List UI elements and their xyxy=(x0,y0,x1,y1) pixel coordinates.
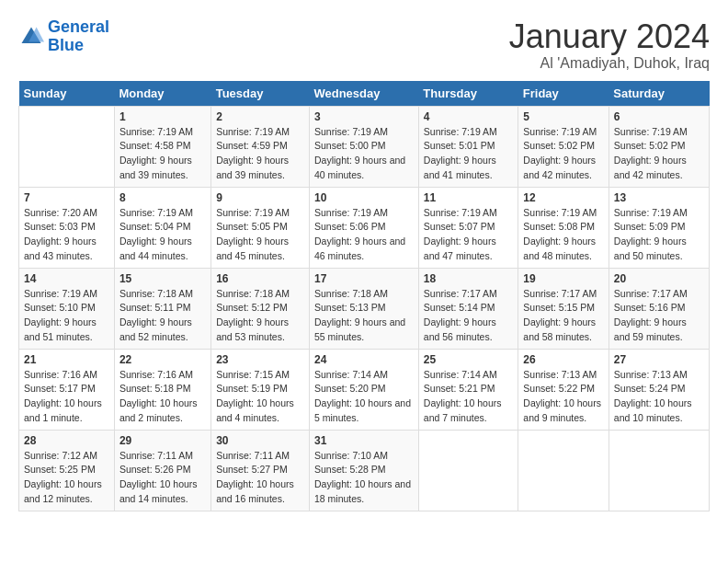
calendar-day-cell: 8 Sunrise: 7:19 AMSunset: 5:04 PMDayligh… xyxy=(114,187,210,268)
day-info: Sunrise: 7:18 AMSunset: 5:11 PMDaylight:… xyxy=(119,287,206,345)
calendar-day-cell: 26 Sunrise: 7:13 AMSunset: 5:22 PMDaylig… xyxy=(518,349,609,430)
day-number: 5 xyxy=(523,110,604,123)
calendar-day-cell: 20 Sunrise: 7:17 AMSunset: 5:16 PMDaylig… xyxy=(609,268,709,349)
calendar-table: SundayMondayTuesdayWednesdayThursdayFrid… xyxy=(18,81,710,511)
calendar-day-cell: 2 Sunrise: 7:19 AMSunset: 4:59 PMDayligh… xyxy=(211,106,310,187)
day-number: 31 xyxy=(314,434,414,447)
calendar-day-cell: 11 Sunrise: 7:19 AMSunset: 5:07 PMDaylig… xyxy=(418,187,518,268)
day-info: Sunrise: 7:19 AMSunset: 5:04 PMDaylight:… xyxy=(119,206,206,264)
calendar-week-row: 7 Sunrise: 7:20 AMSunset: 5:03 PMDayligh… xyxy=(19,187,710,268)
day-info: Sunrise: 7:17 AMSunset: 5:14 PMDaylight:… xyxy=(424,287,513,345)
calendar-day-cell: 18 Sunrise: 7:17 AMSunset: 5:14 PMDaylig… xyxy=(418,268,518,349)
day-number: 21 xyxy=(24,353,109,366)
day-info: Sunrise: 7:20 AMSunset: 5:03 PMDaylight:… xyxy=(24,206,109,264)
day-number: 9 xyxy=(216,191,304,204)
day-info: Sunrise: 7:16 AMSunset: 5:18 PMDaylight:… xyxy=(119,368,206,426)
day-info: Sunrise: 7:19 AMSunset: 5:09 PMDaylight:… xyxy=(614,206,704,264)
day-number: 13 xyxy=(614,191,704,204)
calendar-day-cell: 23 Sunrise: 7:15 AMSunset: 5:19 PMDaylig… xyxy=(211,349,310,430)
day-number: 14 xyxy=(24,272,109,285)
calendar-day-cell: 1 Sunrise: 7:19 AMSunset: 4:58 PMDayligh… xyxy=(114,106,210,187)
day-number: 16 xyxy=(216,272,304,285)
calendar-day-cell: 6 Sunrise: 7:19 AMSunset: 5:02 PMDayligh… xyxy=(609,106,709,187)
day-header: Thursday xyxy=(418,81,518,107)
main-title: January 2024 xyxy=(509,18,710,55)
day-number: 28 xyxy=(24,434,109,447)
day-number: 7 xyxy=(24,191,109,204)
day-info: Sunrise: 7:13 AMSunset: 5:22 PMDaylight:… xyxy=(523,368,604,426)
calendar-week-row: 1 Sunrise: 7:19 AMSunset: 4:58 PMDayligh… xyxy=(19,106,710,187)
day-number: 26 xyxy=(523,353,604,366)
day-number: 11 xyxy=(424,191,513,204)
calendar-day-cell xyxy=(19,106,115,187)
calendar-day-cell: 14 Sunrise: 7:19 AMSunset: 5:10 PMDaylig… xyxy=(19,268,115,349)
day-info: Sunrise: 7:19 AMSunset: 5:06 PMDaylight:… xyxy=(314,206,414,264)
day-info: Sunrise: 7:14 AMSunset: 5:20 PMDaylight:… xyxy=(314,368,414,426)
day-info: Sunrise: 7:19 AMSunset: 5:00 PMDaylight:… xyxy=(314,125,414,183)
day-number: 10 xyxy=(314,191,414,204)
day-number: 17 xyxy=(314,272,414,285)
calendar-week-row: 21 Sunrise: 7:16 AMSunset: 5:17 PMDaylig… xyxy=(19,349,710,430)
day-number: 24 xyxy=(314,353,414,366)
day-number: 4 xyxy=(424,110,513,123)
calendar-week-row: 28 Sunrise: 7:12 AMSunset: 5:25 PMDaylig… xyxy=(19,430,710,511)
page-header: General Blue January 2024 Al 'Amadiyah, … xyxy=(18,18,710,72)
day-info: Sunrise: 7:15 AMSunset: 5:19 PMDaylight:… xyxy=(216,368,304,426)
day-number: 23 xyxy=(216,353,304,366)
calendar-day-cell: 19 Sunrise: 7:17 AMSunset: 5:15 PMDaylig… xyxy=(518,268,609,349)
day-info: Sunrise: 7:19 AMSunset: 5:10 PMDaylight:… xyxy=(24,287,109,345)
day-info: Sunrise: 7:11 AMSunset: 5:27 PMDaylight:… xyxy=(216,449,304,507)
day-number: 8 xyxy=(119,191,206,204)
day-info: Sunrise: 7:19 AMSunset: 5:02 PMDaylight:… xyxy=(614,125,704,183)
calendar-day-cell xyxy=(418,430,518,511)
day-number: 25 xyxy=(424,353,513,366)
day-number: 2 xyxy=(216,110,304,123)
day-number: 3 xyxy=(314,110,414,123)
logo-icon xyxy=(18,24,44,50)
day-info: Sunrise: 7:17 AMSunset: 5:15 PMDaylight:… xyxy=(523,287,604,345)
calendar-day-cell: 15 Sunrise: 7:18 AMSunset: 5:11 PMDaylig… xyxy=(114,268,210,349)
day-info: Sunrise: 7:19 AMSunset: 4:58 PMDaylight:… xyxy=(119,125,206,183)
day-number: 18 xyxy=(424,272,513,285)
calendar-day-cell: 7 Sunrise: 7:20 AMSunset: 5:03 PMDayligh… xyxy=(19,187,115,268)
day-info: Sunrise: 7:19 AMSunset: 5:07 PMDaylight:… xyxy=(424,206,513,264)
day-info: Sunrise: 7:16 AMSunset: 5:17 PMDaylight:… xyxy=(24,368,109,426)
calendar-day-cell: 29 Sunrise: 7:11 AMSunset: 5:26 PMDaylig… xyxy=(114,430,210,511)
title-block: January 2024 Al 'Amadiyah, Duhok, Iraq xyxy=(509,18,710,72)
day-number: 6 xyxy=(614,110,704,123)
calendar-week-row: 14 Sunrise: 7:19 AMSunset: 5:10 PMDaylig… xyxy=(19,268,710,349)
day-info: Sunrise: 7:13 AMSunset: 5:24 PMDaylight:… xyxy=(614,368,704,426)
day-header: Tuesday xyxy=(211,81,310,107)
day-header: Monday xyxy=(114,81,210,107)
logo-line1: General xyxy=(48,17,109,36)
day-number: 15 xyxy=(119,272,206,285)
day-header: Sunday xyxy=(19,81,115,107)
day-info: Sunrise: 7:12 AMSunset: 5:25 PMDaylight:… xyxy=(24,449,109,507)
calendar-day-cell: 31 Sunrise: 7:10 AMSunset: 5:28 PMDaylig… xyxy=(309,430,418,511)
day-number: 22 xyxy=(119,353,206,366)
calendar-day-cell xyxy=(609,430,709,511)
day-info: Sunrise: 7:18 AMSunset: 5:13 PMDaylight:… xyxy=(314,287,414,345)
day-number: 29 xyxy=(119,434,206,447)
day-number: 12 xyxy=(523,191,604,204)
calendar-day-cell: 30 Sunrise: 7:11 AMSunset: 5:27 PMDaylig… xyxy=(211,430,310,511)
days-header-row: SundayMondayTuesdayWednesdayThursdayFrid… xyxy=(19,81,710,107)
calendar-day-cell: 22 Sunrise: 7:16 AMSunset: 5:18 PMDaylig… xyxy=(114,349,210,430)
day-number: 27 xyxy=(614,353,704,366)
calendar-day-cell: 28 Sunrise: 7:12 AMSunset: 5:25 PMDaylig… xyxy=(19,430,115,511)
day-info: Sunrise: 7:14 AMSunset: 5:21 PMDaylight:… xyxy=(424,368,513,426)
day-number: 19 xyxy=(523,272,604,285)
day-number: 1 xyxy=(119,110,206,123)
calendar-day-cell: 27 Sunrise: 7:13 AMSunset: 5:24 PMDaylig… xyxy=(609,349,709,430)
calendar-day-cell: 5 Sunrise: 7:19 AMSunset: 5:02 PMDayligh… xyxy=(518,106,609,187)
day-info: Sunrise: 7:19 AMSunset: 4:59 PMDaylight:… xyxy=(216,125,304,183)
day-info: Sunrise: 7:18 AMSunset: 5:12 PMDaylight:… xyxy=(216,287,304,345)
day-header: Friday xyxy=(518,81,609,107)
calendar-day-cell: 16 Sunrise: 7:18 AMSunset: 5:12 PMDaylig… xyxy=(211,268,310,349)
logo: General Blue xyxy=(18,18,109,55)
calendar-day-cell: 24 Sunrise: 7:14 AMSunset: 5:20 PMDaylig… xyxy=(309,349,418,430)
calendar-day-cell: 21 Sunrise: 7:16 AMSunset: 5:17 PMDaylig… xyxy=(19,349,115,430)
day-header: Saturday xyxy=(609,81,709,107)
day-info: Sunrise: 7:17 AMSunset: 5:16 PMDaylight:… xyxy=(614,287,704,345)
day-info: Sunrise: 7:19 AMSunset: 5:02 PMDaylight:… xyxy=(523,125,604,183)
